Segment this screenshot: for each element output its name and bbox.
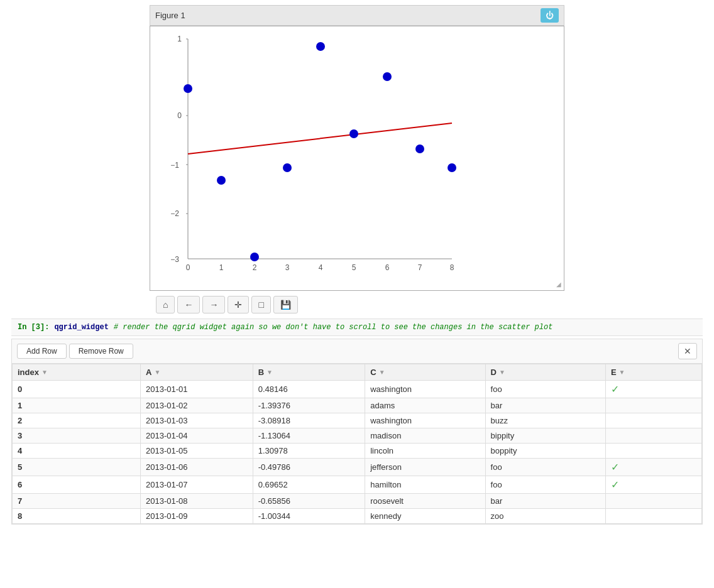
cell-index-5[interactable]: 5 (13, 459, 141, 476)
col-header-a[interactable]: A ▼ (141, 364, 253, 381)
cell-e-5[interactable]: ✓ (605, 459, 701, 476)
qgrid-widget: Add Row Remove Row ✕ index ▼ A ▼ (11, 339, 703, 525)
svg-text:−2: −2 (170, 209, 179, 218)
col-header-c[interactable]: C ▼ (365, 364, 485, 381)
c-filter-icon[interactable]: ▼ (379, 369, 385, 376)
cell-d-4[interactable]: boppity (485, 444, 605, 459)
svg-point-21 (184, 84, 192, 93)
cell-d-7[interactable]: bar (485, 494, 605, 509)
cell-b-5[interactable]: -0.49786 (253, 459, 365, 476)
cell-d-8[interactable]: zoo (485, 509, 605, 524)
cell-index-3[interactable]: 3 (13, 428, 141, 444)
cell-b-1[interactable]: -1.39376 (253, 398, 365, 413)
checkmark-icon: ✓ (611, 479, 619, 490)
back-button[interactable]: ← (177, 296, 200, 313)
table-row[interactable]: 52013-01-06-0.49786jeffersonfoo✓ (13, 459, 702, 476)
code-cell: In [3]: qgrid_widget # render the qgrid … (11, 318, 703, 336)
cell-b-3[interactable]: -1.13064 (253, 428, 365, 444)
svg-text:2: 2 (253, 263, 257, 272)
data-table: index ▼ A ▼ B ▼ (12, 364, 702, 524)
table-row[interactable]: 62013-01-070.69652hamiltonfoo✓ (13, 476, 702, 494)
power-button[interactable]: ⏻ (541, 8, 559, 23)
cell-d-6[interactable]: foo (485, 476, 605, 494)
table-row[interactable]: 02013-01-010.48146washingtonfoo✓ (13, 381, 702, 398)
close-button[interactable]: ✕ (678, 343, 697, 359)
table-row[interactable]: 72013-01-08-0.65856rooseveltbar (13, 494, 702, 509)
cell-e-6[interactable]: ✓ (605, 476, 701, 494)
cell-d-1[interactable]: bar (485, 398, 605, 413)
a-filter-icon[interactable]: ▼ (154, 369, 160, 376)
cell-index-2[interactable]: 2 (13, 413, 141, 428)
cell-a-7[interactable]: 2013-01-08 (141, 494, 253, 509)
table-row[interactable]: 22013-01-03-3.08918washingtonbuzz (13, 413, 702, 428)
cell-c-1[interactable]: adams (365, 398, 485, 413)
cell-a-1[interactable]: 2013-01-02 (141, 398, 253, 413)
cell-c-3[interactable]: madison (365, 428, 485, 444)
cell-d-3[interactable]: bippity (485, 428, 605, 444)
remove-row-button[interactable]: Remove Row (69, 344, 133, 359)
col-header-d[interactable]: D ▼ (485, 364, 605, 381)
cell-a-6[interactable]: 2013-01-07 (141, 476, 253, 494)
table-header-row: index ▼ A ▼ B ▼ (13, 364, 702, 381)
cell-e-0[interactable]: ✓ (605, 381, 701, 398)
cell-a-2[interactable]: 2013-01-03 (141, 413, 253, 428)
cell-e-7[interactable] (605, 494, 701, 509)
cell-index-7[interactable]: 7 (13, 494, 141, 509)
cell-e-1[interactable] (605, 398, 701, 413)
cell-a-0[interactable]: 2013-01-01 (141, 381, 253, 398)
cell-e-8[interactable] (605, 509, 701, 524)
cell-b-2[interactable]: -3.08918 (253, 413, 365, 428)
code-widget-name: qgrid_widget (54, 323, 108, 332)
cell-e-2[interactable] (605, 413, 701, 428)
svg-point-26 (349, 129, 358, 138)
col-header-e[interactable]: E ▼ (605, 364, 701, 381)
pan-button[interactable]: ✛ (228, 296, 249, 313)
table-row[interactable]: 82013-01-09-1.00344kennedyzoo (13, 509, 702, 524)
table-row[interactable]: 42013-01-051.30978lincolnboppity (13, 444, 702, 459)
cell-index-1[interactable]: 1 (13, 398, 141, 413)
cell-b-4[interactable]: 1.30978 (253, 444, 365, 459)
zoom-button[interactable]: □ (251, 296, 270, 313)
b-filter-icon[interactable]: ▼ (266, 369, 273, 376)
cell-d-0[interactable]: foo (485, 381, 605, 398)
table-row[interactable]: 12013-01-02-1.39376adamsbar (13, 398, 702, 413)
e-filter-icon[interactable]: ▼ (619, 369, 625, 376)
d-filter-icon[interactable]: ▼ (499, 369, 505, 376)
cell-c-0[interactable]: washington (365, 381, 485, 398)
cell-d-2[interactable]: buzz (485, 413, 605, 428)
svg-text:−1: −1 (170, 161, 179, 170)
cell-b-0[interactable]: 0.48146 (253, 381, 365, 398)
col-header-index[interactable]: index ▼ (13, 364, 141, 381)
add-row-button[interactable]: Add Row (17, 344, 67, 359)
cell-c-5[interactable]: jefferson (365, 459, 485, 476)
cell-c-7[interactable]: roosevelt (365, 494, 485, 509)
cell-index-4[interactable]: 4 (13, 444, 141, 459)
cell-b-7[interactable]: -0.65856 (253, 494, 365, 509)
save-button[interactable]: 💾 (273, 296, 298, 313)
forward-button[interactable]: → (202, 296, 225, 313)
cell-e-3[interactable] (605, 428, 701, 444)
svg-text:7: 7 (418, 263, 422, 272)
cell-a-5[interactable]: 2013-01-06 (141, 459, 253, 476)
cell-c-8[interactable]: kennedy (365, 509, 485, 524)
resize-handle[interactable]: ◢ (556, 281, 561, 288)
table-row[interactable]: 32013-01-04-1.13064madisonbippity (13, 428, 702, 444)
cell-b-8[interactable]: -1.00344 (253, 509, 365, 524)
cell-a-8[interactable]: 2013-01-09 (141, 509, 253, 524)
index-filter-icon[interactable]: ▼ (41, 369, 48, 376)
cell-c-6[interactable]: hamilton (365, 476, 485, 494)
cell-c-2[interactable]: washington (365, 413, 485, 428)
cell-index-8[interactable]: 8 (13, 509, 141, 524)
svg-text:1: 1 (219, 263, 224, 272)
svg-text:1: 1 (177, 35, 182, 43)
cell-index-0[interactable]: 0 (13, 381, 141, 398)
home-button[interactable]: ⌂ (156, 296, 175, 313)
cell-index-6[interactable]: 6 (13, 476, 141, 494)
cell-b-6[interactable]: 0.69652 (253, 476, 365, 494)
col-header-b[interactable]: B ▼ (253, 364, 365, 381)
cell-e-4[interactable] (605, 444, 701, 459)
cell-c-4[interactable]: lincoln (365, 444, 485, 459)
cell-a-3[interactable]: 2013-01-04 (141, 428, 253, 444)
cell-d-5[interactable]: foo (485, 459, 605, 476)
cell-a-4[interactable]: 2013-01-05 (141, 444, 253, 459)
